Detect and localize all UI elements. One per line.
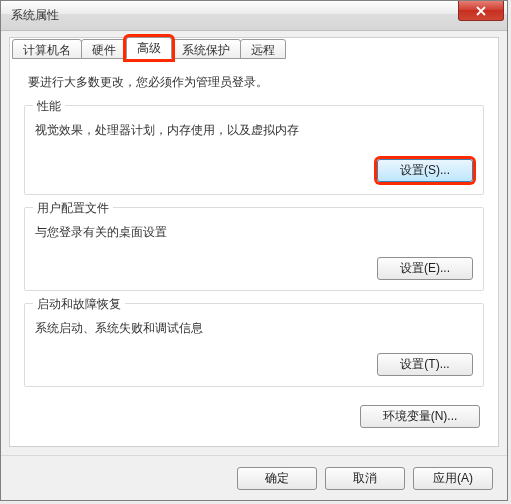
group-startup-recovery: 启动和故障恢复 系统启动、系统失败和调试信息 设置(T)...: [24, 303, 484, 387]
tab-computer-name[interactable]: 计算机名: [12, 39, 82, 59]
group-user-profiles-desc: 与您登录有关的桌面设置: [35, 224, 473, 241]
window-title: 系统属性: [11, 7, 59, 24]
tabstrip: 计算机名 硬件 高级 系统保护 远程: [12, 37, 285, 59]
tab-system-protection[interactable]: 系统保护: [171, 39, 241, 59]
tab-body: 计算机名 硬件 高级 系统保护 远程 要进行大多数更改，您必须作为管理员登录。 …: [9, 37, 499, 447]
system-properties-window: 系统属性 计算机名 硬件 高级 系统保护 远程 要进行大多数更改，您必须作为管理…: [0, 0, 508, 501]
close-icon: [476, 6, 486, 16]
tab-remote[interactable]: 远程: [240, 39, 286, 59]
group-startup-recovery-desc: 系统启动、系统失败和调试信息: [35, 320, 473, 337]
titlebar: 系统属性: [1, 1, 507, 31]
startup-recovery-settings-button[interactable]: 设置(T)...: [377, 353, 473, 376]
apply-button[interactable]: 应用(A): [413, 467, 493, 490]
tab-hardware[interactable]: 硬件: [81, 39, 127, 59]
group-performance: 性能 视觉效果，处理器计划，内存使用，以及虚拟内存 设置(S)...: [24, 105, 484, 195]
close-button[interactable]: [458, 1, 504, 21]
environment-variables-button[interactable]: 环境变量(N)...: [360, 405, 480, 428]
dialog-footer: 确定 取消 应用(A): [1, 455, 507, 500]
group-startup-recovery-label: 启动和故障恢复: [33, 296, 125, 313]
group-performance-label: 性能: [33, 98, 65, 115]
cancel-button[interactable]: 取消: [325, 467, 405, 490]
group-user-profiles: 用户配置文件 与您登录有关的桌面设置 设置(E)...: [24, 207, 484, 291]
tab-advanced[interactable]: 高级: [126, 37, 172, 59]
admin-note: 要进行大多数更改，您必须作为管理员登录。: [28, 74, 480, 91]
group-user-profiles-label: 用户配置文件: [33, 200, 113, 217]
group-performance-desc: 视觉效果，处理器计划，内存使用，以及虚拟内存: [35, 122, 473, 139]
performance-settings-button[interactable]: 设置(S)...: [377, 159, 473, 182]
ok-button[interactable]: 确定: [237, 467, 317, 490]
user-profiles-settings-button[interactable]: 设置(E)...: [377, 257, 473, 280]
